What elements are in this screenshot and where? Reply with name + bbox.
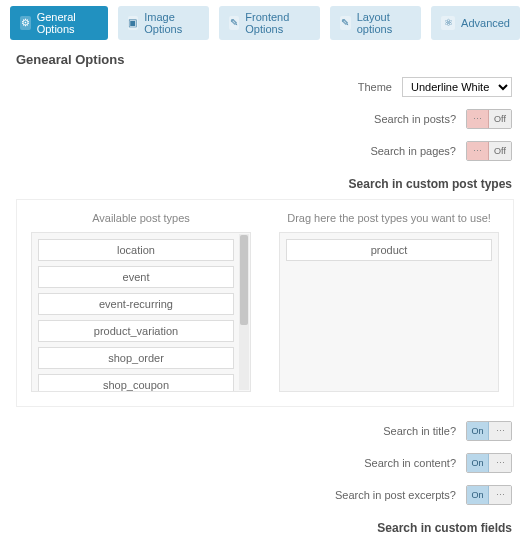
setting-label: Search in post excerpts? [335, 489, 456, 501]
toggle-state-text: On [467, 454, 489, 472]
post-types-heading: Search in custom post types [0, 167, 530, 195]
setting-theme: Theme Underline White [0, 71, 530, 103]
custom-fields-heading: Search in custom fields [0, 511, 530, 539]
list-item[interactable]: product [286, 239, 492, 261]
selected-title: Drag here the post types you want to use… [279, 208, 499, 232]
list-item[interactable]: shop_coupon [38, 374, 234, 392]
gear-icon: ⚙ [20, 16, 31, 30]
pencil-icon: ✎ [229, 16, 240, 30]
toggle-search-posts[interactable]: ⋯ Off [466, 109, 512, 129]
list-item[interactable]: event [38, 266, 234, 288]
toggle-handle-icon: ⋯ [489, 486, 511, 504]
toggle-search-title[interactable]: On ⋯ [466, 421, 512, 441]
setting-label: Search in pages? [370, 145, 456, 157]
tab-frontend-options[interactable]: ✎ Frontend Options [219, 6, 320, 40]
list-item[interactable]: shop_order [38, 347, 234, 369]
toggle-handle-icon: ⋯ [489, 454, 511, 472]
setting-label: Search in title? [383, 425, 456, 437]
setting-search-pages: Search in pages? ⋯ Off [0, 135, 530, 167]
selected-column: Drag here the post types you want to use… [279, 208, 499, 392]
toggle-search-excerpts[interactable]: On ⋯ [466, 485, 512, 505]
tab-layout-options[interactable]: ✎ Layout options [330, 6, 421, 40]
selected-list[interactable]: product [279, 232, 499, 392]
setting-search-excerpts: Search in post excerpts? On ⋯ [0, 479, 530, 511]
toggle-state-text: On [467, 486, 489, 504]
toggle-state-text: On [467, 422, 489, 440]
toggle-search-pages[interactable]: ⋯ Off [466, 141, 512, 161]
setting-label: Search in content? [364, 457, 456, 469]
list-item[interactable]: event-recurring [38, 293, 234, 315]
post-types-panel: Available post types location event even… [16, 199, 514, 407]
tab-label: General Options [37, 11, 98, 35]
tab-label: Advanced [461, 17, 510, 29]
setting-search-content: Search in content? On ⋯ [0, 447, 530, 479]
setting-search-title: Search in title? On ⋯ [0, 415, 530, 447]
layout-icon: ✎ [340, 16, 351, 30]
toggle-state-text: Off [489, 110, 511, 128]
setting-label: Search in posts? [374, 113, 456, 125]
tab-general-options[interactable]: ⚙ General Options [10, 6, 108, 40]
available-list[interactable]: location event event-recurring product_v… [31, 232, 251, 392]
section-title: Genearal Options [0, 40, 530, 71]
atom-icon: ⚛ [441, 16, 455, 30]
toggle-handle-icon: ⋯ [467, 110, 489, 128]
toggle-search-content[interactable]: On ⋯ [466, 453, 512, 473]
available-title: Available post types [31, 208, 251, 232]
list-item[interactable]: product_variation [38, 320, 234, 342]
tab-image-options[interactable]: ▣ Image Options [118, 6, 209, 40]
tab-label: Image Options [144, 11, 198, 35]
tab-label: Frontend Options [245, 11, 310, 35]
scrollbar-thumb[interactable] [240, 235, 248, 325]
tab-label: Layout options [357, 11, 411, 35]
toggle-state-text: Off [489, 142, 511, 160]
theme-select[interactable]: Underline White [402, 77, 512, 97]
available-column: Available post types location event even… [31, 208, 251, 392]
list-item[interactable]: location [38, 239, 234, 261]
setting-search-posts: Search in posts? ⋯ Off [0, 103, 530, 135]
theme-label: Theme [358, 81, 392, 93]
tab-advanced[interactable]: ⚛ Advanced [431, 6, 520, 40]
toggle-handle-icon: ⋯ [489, 422, 511, 440]
image-icon: ▣ [128, 16, 139, 30]
scrollbar[interactable] [239, 234, 249, 390]
tabs-bar: ⚙ General Options ▣ Image Options ✎ Fron… [0, 0, 530, 40]
toggle-handle-icon: ⋯ [467, 142, 489, 160]
